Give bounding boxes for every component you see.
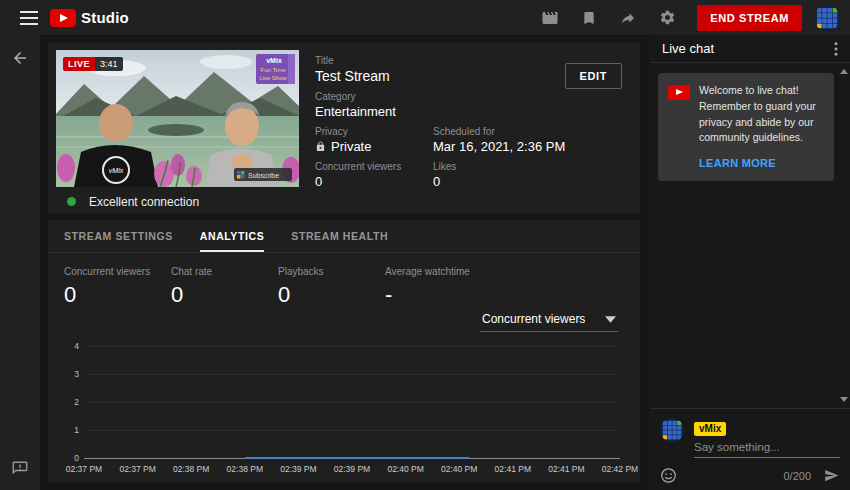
end-stream-button[interactable]: END STREAM [697,5,802,31]
settings-gear-icon[interactable] [648,9,687,26]
metric-value: 0 [64,282,171,308]
share-icon[interactable] [608,10,648,26]
channel-avatar[interactable] [814,5,840,31]
viewers-line-series [245,457,470,459]
metrics-row: Concurrent viewers 0 Chat rate 0 Playbac… [48,253,640,308]
metric-chat-rate: Chat rate 0 [171,266,278,308]
likes-value: 0 [433,174,456,189]
tab-bar: STREAM SETTINGS ANALYTICS STREAM HEALTH [48,220,640,253]
gridline [84,374,620,375]
video-thumbnail[interactable]: vMix vMix Fun Tim [56,50,299,187]
emoji-icon[interactable] [660,467,677,484]
privacy-field: Privacy Private [315,126,433,154]
x-axis-tick: 02:37 PM [119,464,155,474]
tab-stream-health[interactable]: STREAM HEALTH [291,220,388,252]
x-axis-tick: 02:40 PM [387,464,423,474]
youtube-studio-logo[interactable]: Studio [50,9,129,27]
menu-icon[interactable] [10,11,48,25]
y-axis-tick: 4 [64,341,79,351]
main-content: vMix vMix Fun Tim [40,35,650,490]
metric-label: Concurrent viewers [64,266,171,277]
chat-welcome-message: Welcome to live chat! Remember to guard … [658,73,834,181]
connection-status-text: Excellent connection [89,195,199,209]
live-chat-header: Live chat [650,35,850,63]
overlay-logo-line1: Fun Time [260,67,286,73]
metric-value: 0 [278,282,385,308]
likes-field: Likes 0 [433,161,456,189]
likes-label: Likes [433,161,456,172]
feedback-icon[interactable] [11,460,29,478]
live-chip: LIVE [63,57,95,71]
chat-message-input[interactable] [694,436,840,458]
x-axis-tick: 02:41 PM [495,464,531,474]
chat-menu-kebab-icon[interactable] [828,38,844,60]
subscribe-overlay: Subscribe [234,168,292,181]
metric-label: Playbacks [278,266,385,277]
scheduled-field: Scheduled for Mar 16, 2021, 2:36 PM [433,126,565,154]
concurrent-viewers-chart: 43210 02:37 PM02:37 PM02:38 PM02:38 PM02… [84,338,620,482]
top-bar: Studio END STREAM [0,0,850,35]
category-label: Category [315,91,624,102]
stream-details: Title Test Stream Category Entertainment… [299,50,632,189]
send-icon[interactable] [823,468,840,483]
privacy-value: Private [331,139,371,154]
viewers-label: Concurrent viewers [315,161,433,172]
tab-stream-settings[interactable]: STREAM SETTINGS [64,220,173,252]
learn-more-link[interactable]: LEARN MORE [699,157,824,169]
scheduled-label: Scheduled for [433,126,565,137]
overlay-logo-line2: Live Show [259,75,287,81]
char-counter: 0/200 [783,470,811,482]
metric-label: Chat rate [171,266,278,277]
metric-label: Average watchtime [385,266,492,277]
viewers-field: Concurrent viewers 0 [315,161,433,189]
metric-value: 0 [171,282,278,308]
chart-metric-dropdown[interactable]: Concurrent viewers [480,308,618,332]
gridline [84,346,620,347]
tab-analytics[interactable]: ANALYTICS [200,220,265,252]
stream-category: Entertainment [315,104,624,119]
back-arrow-icon[interactable] [11,49,29,67]
x-axis-tick: 02:40 PM [441,464,477,474]
chat-user-avatar [660,418,684,458]
live-chat-title: Live chat [662,41,714,56]
edit-button[interactable]: EDIT [565,63,622,89]
y-axis-tick: 3 [64,369,79,379]
metric-average-watchtime: Average watchtime - [385,266,492,308]
shirt-logo-text: vMix [109,167,124,174]
elapsed-time: 3:41 [95,57,123,71]
analytics-card: STREAM SETTINGS ANALYTICS STREAM HEALTH … [48,220,640,482]
movie-icon[interactable] [530,9,570,27]
privacy-label: Privacy [315,126,433,137]
x-axis-tick: 02:39 PM [280,464,316,474]
welcome-text: Welcome to live chat! Remember to guard … [699,83,824,146]
stream-info-row: vMix vMix Fun Tim [48,43,640,189]
owner-username-badge: vMix [694,422,726,436]
overlay-logo-title: vMix [266,57,282,64]
subscribe-text: Subscribe [248,172,279,179]
gridline [84,430,620,431]
gridline [84,402,620,403]
connection-status-row: Excellent connection [48,189,640,214]
youtube-play-icon [50,9,76,27]
chat-input-area: vMix 0/200 [650,408,850,490]
left-sidebar [0,35,40,490]
x-axis-tick: 02:41 PM [548,464,584,474]
metric-value: - [385,282,492,308]
metric-concurrent-viewers: Concurrent viewers 0 [64,266,171,308]
scroll-down-icon[interactable] [840,397,848,402]
y-axis-tick: 0 [64,453,79,463]
brand-name: Studio [81,9,129,26]
chevron-down-icon [605,316,616,323]
metric-playbacks: Playbacks 0 [278,266,385,308]
lock-icon [315,140,326,153]
x-axis-tick: 02:42 PM [602,464,638,474]
scroll-up-icon[interactable] [840,69,848,74]
viewers-value: 0 [315,174,433,189]
x-axis-tick: 02:38 PM [173,464,209,474]
bookmark-icon[interactable] [570,10,608,26]
stream-info-card: vMix vMix Fun Tim [48,43,640,214]
category-field: Category Entertainment [315,91,624,119]
x-axis-tick: 02:39 PM [334,464,370,474]
live-badge: LIVE 3:41 [63,57,123,71]
chart-plot: 43210 [84,346,620,458]
